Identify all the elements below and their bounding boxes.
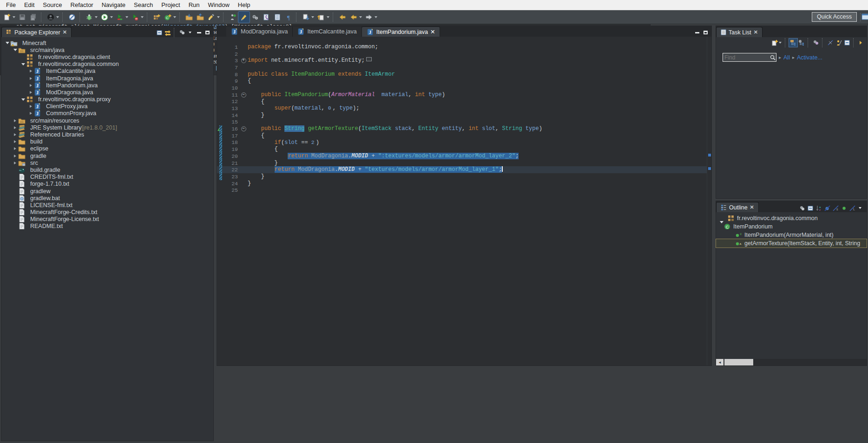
code-line-21[interactable]: 21 } xyxy=(217,160,711,167)
tree-item-credits-fml-txt[interactable]: CREDITS-fml.txt xyxy=(1,174,213,181)
menu-file[interactable]: File xyxy=(2,0,20,10)
occurrence-marker[interactable] xyxy=(708,167,711,170)
tree-item-src-main-resources[interactable]: src/main/resources xyxy=(1,117,213,124)
hide-local-types-icon[interactable]: L xyxy=(848,204,856,212)
more-icon[interactable] xyxy=(857,39,866,47)
menu-window[interactable]: Window xyxy=(204,0,234,10)
build-button[interactable] xyxy=(250,12,261,23)
code-line-18[interactable]: 18 if(slot == 2) xyxy=(217,139,711,146)
code-line-15[interactable]: 15 xyxy=(217,119,711,126)
tree-item-src-main-java[interactable]: src/main/java xyxy=(1,46,213,53)
task-find-input[interactable] xyxy=(723,54,769,61)
code-editor[interactable]: 1package fr.revoltinvoc.dragonia.common;… xyxy=(217,37,711,365)
search-dropdown[interactable] xyxy=(217,16,220,18)
outline-item-itempandorium-armormaterial-int-[interactable]: cItemPandorium(ArmorMaterial, int) xyxy=(716,231,867,239)
tree-item-jre-system-library[interactable]: JRE System Library [jre1.8.0_201] xyxy=(1,124,213,131)
sort-icon[interactable]: az xyxy=(815,204,823,212)
close-icon[interactable]: ✕ xyxy=(750,204,754,210)
outline-hscrollbar[interactable]: ◂ xyxy=(716,359,867,365)
expand-arrow[interactable] xyxy=(28,70,34,72)
hide-non-public-icon[interactable] xyxy=(840,204,848,212)
tree-item-gradlew[interactable]: gradlew xyxy=(1,188,213,195)
profile-dropdown[interactable] xyxy=(141,16,144,18)
new-wizard-dropdown[interactable] xyxy=(13,16,15,18)
focus-icon[interactable] xyxy=(798,204,806,212)
tree-item-itempandorium-java[interactable]: JItemPandorium.java xyxy=(1,82,213,89)
menu-navigate[interactable]: Navigate xyxy=(98,0,130,10)
export-button[interactable] xyxy=(195,12,206,23)
close-icon[interactable]: ✕ xyxy=(63,29,67,35)
new-wizard-button[interactable] xyxy=(1,12,13,23)
back-button[interactable] xyxy=(348,12,359,23)
scheduled-view-icon[interactable] xyxy=(797,39,806,47)
overview-ruler[interactable] xyxy=(707,37,711,365)
filter-completed-icon[interactable] xyxy=(826,39,835,47)
tree-item-minecraft[interactable]: Minecraft xyxy=(1,39,213,46)
search-button[interactable] xyxy=(206,12,217,23)
expand-arrow[interactable] xyxy=(20,98,26,101)
code-line-3[interactable]: 3+import net.minecraft.entity.Entity; xyxy=(217,57,711,64)
code-line-14[interactable]: 14 } xyxy=(217,112,711,119)
fold-minus-icon[interactable]: − xyxy=(239,126,248,131)
occurrence-marker[interactable] xyxy=(708,154,711,156)
show-whitespace-button[interactable]: ¶ xyxy=(283,12,294,23)
code-line-17[interactable]: 17 { xyxy=(217,132,711,139)
expand-arrow[interactable] xyxy=(12,126,18,129)
profile-button[interactable] xyxy=(130,12,141,23)
task-filter-all-link[interactable]: All xyxy=(783,54,790,61)
tree-item-minecraftforge-license-txt[interactable]: MinecraftForge-License.txt xyxy=(1,216,213,223)
code-line-11[interactable]: 11− public ItemPandorium(ArmorMaterial m… xyxy=(217,91,711,98)
code-line-8[interactable]: 8public class ItemPandorium extends Item… xyxy=(217,71,711,78)
tree-item-minecraftforge-credits-txt[interactable]: MinecraftForge-Credits.txt xyxy=(1,209,213,216)
forward-button[interactable] xyxy=(363,12,375,23)
tree-item-eclipse[interactable]: eclipse xyxy=(1,145,213,152)
previous-annotation-dropdown[interactable] xyxy=(327,16,329,18)
categorized-toggle[interactable] xyxy=(789,39,797,47)
tree-item-forge-1-7-10-txt[interactable]: forge-1.7.10.txt xyxy=(1,181,213,188)
next-annotation-dropdown[interactable] xyxy=(311,16,314,18)
expand-arrow[interactable] xyxy=(28,84,34,87)
scroll-left-icon[interactable]: ◂ xyxy=(716,359,723,365)
tree-item-clientproxy-java[interactable]: JClientProxy.java xyxy=(1,103,213,110)
tree-item-license-fml-txt[interactable]: LICENSE-fml.txt xyxy=(1,202,213,208)
previous-annotation-button[interactable] xyxy=(316,12,327,23)
maximize-icon[interactable] xyxy=(203,28,211,37)
collapse-all-icon[interactable] xyxy=(155,28,164,37)
back-dropdown[interactable] xyxy=(359,16,362,18)
code-line-12[interactable]: 12 { xyxy=(217,98,711,105)
next-annotation-button[interactable] xyxy=(300,12,311,23)
mark-occurrences-toggle[interactable] xyxy=(238,12,250,23)
expand-arrow[interactable] xyxy=(28,91,34,94)
scrollbar-thumb[interactable] xyxy=(724,359,753,365)
tree-item-itemdragonia-java[interactable]: JItemDragonia.java xyxy=(1,75,213,82)
account-button[interactable] xyxy=(45,12,56,23)
code-line-24[interactable]: 24} xyxy=(217,180,711,187)
outline-item-fr-revoltinvoc-dragonia-common[interactable]: fr.revoltinvoc.dragonia.common xyxy=(716,214,867,222)
tree-item-fr-revoltinvoc-dragonia-proxy[interactable]: fr.revoltinvoc.dragonia.proxy xyxy=(1,96,213,103)
outline-item-itempandorium[interactable]: CItemPandorium xyxy=(716,222,867,231)
new-class-dropdown[interactable] xyxy=(173,16,176,18)
save-button[interactable] xyxy=(17,12,28,23)
run-button[interactable] xyxy=(99,12,110,23)
code-line-23[interactable]: 23 } xyxy=(217,173,711,180)
debug-button[interactable] xyxy=(84,12,95,23)
tab-outline[interactable]: Outline ✕ xyxy=(716,202,759,212)
tree-item-gradle[interactable]: gradle xyxy=(1,152,213,159)
close-icon[interactable]: ✕ xyxy=(430,28,435,35)
menu-search[interactable]: Search xyxy=(130,0,157,10)
task-find-box[interactable] xyxy=(723,53,776,62)
outline-item-getarmortexture-itemstack-entity-int-str[interactable]: getArmorTexture(ItemStack, Entity, int, … xyxy=(716,239,867,248)
expand-arrow[interactable] xyxy=(12,162,18,164)
expand-arrow[interactable] xyxy=(12,133,18,136)
expand-arrow[interactable] xyxy=(12,155,18,157)
expand-arrow[interactable] xyxy=(12,147,18,150)
menu-source[interactable]: Source xyxy=(39,0,66,10)
account-dropdown[interactable] xyxy=(56,16,59,18)
tree-item-itemcalcantite-java[interactable]: JItemCalcantite.java xyxy=(1,68,213,75)
link-with-editor-icon[interactable] xyxy=(164,28,172,37)
minimize-icon[interactable] xyxy=(693,28,701,37)
editor-tab-itemcalcantite.java[interactable]: JItemCalcantite.java xyxy=(293,26,362,37)
view-menu-icon[interactable] xyxy=(186,28,195,37)
focus-person-icon[interactable] xyxy=(835,39,843,47)
quick-access-button[interactable]: Quick Access xyxy=(812,12,857,22)
